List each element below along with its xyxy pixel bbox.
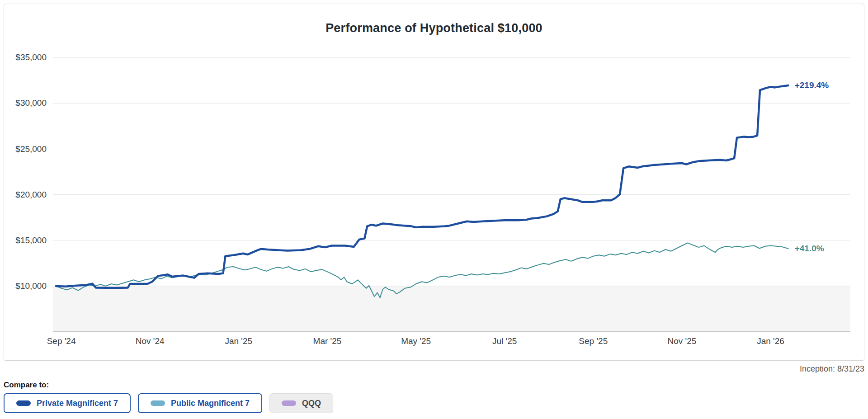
y-axis-label: $30,000 bbox=[15, 98, 47, 108]
series-end-label: +41.0% bbox=[795, 244, 824, 253]
private-magnificent-7-swatch-icon bbox=[16, 400, 31, 406]
x-axis-label: Nov '24 bbox=[136, 336, 165, 346]
x-axis-label: Sep '24 bbox=[47, 336, 76, 346]
legend-button-public-magnificent-7[interactable]: Public Magnificent 7 bbox=[138, 393, 262, 413]
legend-button-label: QQQ bbox=[302, 399, 321, 408]
compare-buttons-row: Private Magnificent 7 Public Magnificent… bbox=[4, 393, 333, 413]
x-axis-label: Jul '25 bbox=[492, 336, 517, 346]
legend-button-qqq[interactable]: QQQ bbox=[269, 393, 333, 413]
series-line-private-magnificent-7 bbox=[56, 85, 788, 288]
y-axis-label: $35,000 bbox=[15, 52, 47, 62]
y-axis-label: $15,000 bbox=[15, 235, 47, 245]
x-axis-label: Jan '25 bbox=[225, 336, 252, 346]
legend-button-label: Private Magnificent 7 bbox=[37, 399, 118, 408]
inception-note: Inception: 8/31/23 bbox=[800, 364, 864, 374]
performance-chart: $10,000$15,000$20,000$25,000$30,000$35,0… bbox=[4, 43, 865, 360]
legend-button-private-magnificent-7[interactable]: Private Magnificent 7 bbox=[4, 393, 131, 413]
public-magnificent-7-swatch-icon bbox=[151, 400, 165, 406]
x-axis-label: May '25 bbox=[401, 336, 431, 346]
series-end-label: +219.4% bbox=[795, 80, 829, 90]
qqq-swatch-icon bbox=[282, 400, 296, 406]
y-axis-label: $20,000 bbox=[15, 190, 47, 199]
below-baseline-band bbox=[53, 286, 850, 331]
x-axis-label: Mar '25 bbox=[313, 336, 342, 346]
x-axis-label: Nov '25 bbox=[667, 336, 696, 346]
x-axis-label: Sep '25 bbox=[579, 336, 608, 346]
chart-title: Performance of Hypothetical $10,000 bbox=[4, 21, 864, 35]
legend-button-label: Public Magnificent 7 bbox=[171, 399, 250, 408]
y-axis-label: $10,000 bbox=[15, 281, 47, 291]
x-axis-label: Jan '26 bbox=[757, 336, 784, 346]
y-axis-label: $25,000 bbox=[15, 144, 47, 154]
compare-to-label: Compare to: bbox=[4, 381, 49, 390]
performance-chart-card: Performance of Hypothetical $10,000 $10,… bbox=[4, 4, 864, 361]
